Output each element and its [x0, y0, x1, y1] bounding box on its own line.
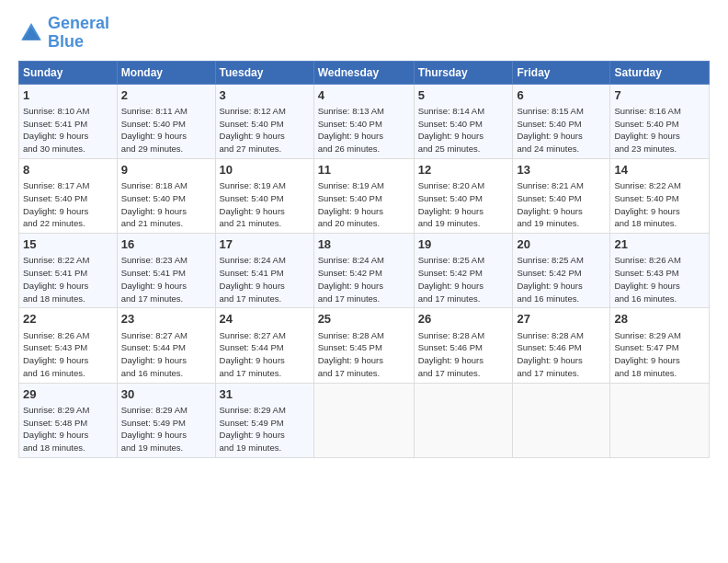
day-info: Sunrise: 8:28 AM Sunset: 5:45 PM Dayligh…	[318, 329, 410, 380]
weekday-header: Friday	[513, 61, 610, 84]
calendar-cell: 28Sunrise: 8:29 AM Sunset: 5:47 PM Dayli…	[610, 308, 710, 383]
calendar-body: 1Sunrise: 8:10 AM Sunset: 5:41 PM Daylig…	[19, 84, 710, 457]
calendar-week-row: 29Sunrise: 8:29 AM Sunset: 5:48 PM Dayli…	[19, 383, 710, 457]
calendar-cell: 3Sunrise: 8:12 AM Sunset: 5:40 PM Daylig…	[215, 84, 313, 158]
day-number: 25	[318, 311, 410, 327]
day-info: Sunrise: 8:28 AM Sunset: 5:46 PM Dayligh…	[517, 329, 606, 380]
day-number: 20	[517, 236, 606, 253]
page-container: General Blue SundayMondayTuesdayWednesda…	[0, 0, 728, 467]
calendar-cell: 23Sunrise: 8:27 AM Sunset: 5:44 PM Dayli…	[117, 308, 215, 383]
calendar-cell: 7Sunrise: 8:16 AM Sunset: 5:40 PM Daylig…	[610, 84, 710, 158]
calendar-week-row: 8Sunrise: 8:17 AM Sunset: 5:40 PM Daylig…	[19, 158, 710, 233]
day-number: 10	[220, 162, 310, 178]
day-number: 18	[318, 236, 410, 253]
day-info: Sunrise: 8:13 AM Sunset: 5:40 PM Dayligh…	[318, 105, 410, 155]
calendar-cell: 13Sunrise: 8:21 AM Sunset: 5:40 PM Dayli…	[513, 158, 610, 233]
day-info: Sunrise: 8:22 AM Sunset: 5:41 PM Dayligh…	[23, 254, 113, 304]
day-number: 4	[318, 87, 410, 104]
calendar-cell: 31Sunrise: 8:29 AM Sunset: 5:49 PM Dayli…	[215, 383, 313, 457]
page-header: General Blue	[18, 15, 710, 52]
day-info: Sunrise: 8:25 AM Sunset: 5:42 PM Dayligh…	[517, 254, 606, 304]
calendar-cell: 9Sunrise: 8:18 AM Sunset: 5:40 PM Daylig…	[117, 158, 215, 233]
day-number: 3	[220, 87, 310, 104]
day-number: 29	[23, 386, 113, 403]
day-info: Sunrise: 8:14 AM Sunset: 5:40 PM Dayligh…	[418, 105, 509, 155]
calendar-cell: 2Sunrise: 8:11 AM Sunset: 5:40 PM Daylig…	[117, 84, 215, 158]
day-info: Sunrise: 8:16 AM Sunset: 5:40 PM Dayligh…	[614, 105, 705, 155]
calendar-cell	[610, 383, 710, 457]
day-info: Sunrise: 8:19 AM Sunset: 5:40 PM Dayligh…	[318, 179, 410, 230]
day-info: Sunrise: 8:28 AM Sunset: 5:46 PM Dayligh…	[418, 329, 509, 380]
day-number: 17	[220, 236, 310, 253]
calendar-cell: 30Sunrise: 8:29 AM Sunset: 5:49 PM Dayli…	[117, 383, 215, 457]
day-info: Sunrise: 8:11 AM Sunset: 5:40 PM Dayligh…	[121, 105, 211, 155]
day-info: Sunrise: 8:15 AM Sunset: 5:40 PM Dayligh…	[517, 105, 606, 155]
day-number: 1	[23, 87, 113, 104]
calendar-week-row: 1Sunrise: 8:10 AM Sunset: 5:41 PM Daylig…	[19, 84, 710, 158]
weekday-header: Monday	[117, 61, 215, 84]
weekday-header: Wednesday	[313, 61, 414, 84]
day-info: Sunrise: 8:21 AM Sunset: 5:40 PM Dayligh…	[517, 179, 606, 230]
day-number: 22	[23, 311, 113, 327]
calendar-cell: 19Sunrise: 8:25 AM Sunset: 5:42 PM Dayli…	[414, 234, 513, 308]
calendar-cell: 12Sunrise: 8:20 AM Sunset: 5:40 PM Dayli…	[414, 158, 513, 233]
day-info: Sunrise: 8:20 AM Sunset: 5:40 PM Dayligh…	[418, 179, 509, 230]
calendar-cell: 6Sunrise: 8:15 AM Sunset: 5:40 PM Daylig…	[513, 84, 610, 158]
logo-icon	[18, 20, 44, 46]
calendar-cell: 10Sunrise: 8:19 AM Sunset: 5:40 PM Dayli…	[215, 158, 313, 233]
day-info: Sunrise: 8:18 AM Sunset: 5:40 PM Dayligh…	[121, 179, 211, 230]
day-number: 2	[121, 87, 211, 104]
day-info: Sunrise: 8:24 AM Sunset: 5:41 PM Dayligh…	[220, 254, 310, 304]
day-number: 23	[121, 311, 211, 327]
calendar-week-row: 15Sunrise: 8:22 AM Sunset: 5:41 PM Dayli…	[19, 234, 710, 308]
calendar-cell	[513, 383, 610, 457]
calendar-cell: 5Sunrise: 8:14 AM Sunset: 5:40 PM Daylig…	[414, 84, 513, 158]
calendar-cell: 15Sunrise: 8:22 AM Sunset: 5:41 PM Dayli…	[19, 234, 118, 308]
calendar-cell: 22Sunrise: 8:26 AM Sunset: 5:43 PM Dayli…	[19, 308, 118, 383]
weekday-header: Saturday	[610, 61, 710, 84]
day-info: Sunrise: 8:26 AM Sunset: 5:43 PM Dayligh…	[614, 254, 705, 304]
calendar-week-row: 22Sunrise: 8:26 AM Sunset: 5:43 PM Dayli…	[19, 308, 710, 383]
weekday-header: Thursday	[414, 61, 513, 84]
day-info: Sunrise: 8:26 AM Sunset: 5:43 PM Dayligh…	[23, 329, 113, 380]
weekday-header: Tuesday	[215, 61, 313, 84]
logo-text: General Blue	[48, 15, 109, 52]
calendar-cell: 18Sunrise: 8:24 AM Sunset: 5:42 PM Dayli…	[313, 234, 414, 308]
calendar-cell: 8Sunrise: 8:17 AM Sunset: 5:40 PM Daylig…	[19, 158, 118, 233]
day-number: 14	[614, 162, 705, 178]
calendar-cell: 16Sunrise: 8:23 AM Sunset: 5:41 PM Dayli…	[117, 234, 215, 308]
day-number: 15	[23, 236, 113, 253]
day-number: 21	[614, 236, 705, 253]
day-number: 27	[517, 311, 606, 327]
day-info: Sunrise: 8:10 AM Sunset: 5:41 PM Dayligh…	[23, 105, 113, 155]
calendar-cell: 21Sunrise: 8:26 AM Sunset: 5:43 PM Dayli…	[610, 234, 710, 308]
calendar-cell: 1Sunrise: 8:10 AM Sunset: 5:41 PM Daylig…	[19, 84, 118, 158]
calendar-cell: 17Sunrise: 8:24 AM Sunset: 5:41 PM Dayli…	[215, 234, 313, 308]
day-info: Sunrise: 8:12 AM Sunset: 5:40 PM Dayligh…	[220, 105, 310, 155]
day-info: Sunrise: 8:29 AM Sunset: 5:48 PM Dayligh…	[23, 404, 113, 454]
day-number: 26	[418, 311, 509, 327]
calendar-cell: 25Sunrise: 8:28 AM Sunset: 5:45 PM Dayli…	[313, 308, 414, 383]
day-number: 13	[517, 162, 606, 178]
calendar-cell	[313, 383, 414, 457]
day-info: Sunrise: 8:22 AM Sunset: 5:40 PM Dayligh…	[614, 179, 705, 230]
calendar-cell: 11Sunrise: 8:19 AM Sunset: 5:40 PM Dayli…	[313, 158, 414, 233]
calendar-cell: 24Sunrise: 8:27 AM Sunset: 5:44 PM Dayli…	[215, 308, 313, 383]
day-number: 5	[418, 87, 509, 104]
calendar-cell: 20Sunrise: 8:25 AM Sunset: 5:42 PM Dayli…	[513, 234, 610, 308]
calendar-table: SundayMondayTuesdayWednesdayThursdayFrid…	[18, 61, 710, 458]
day-info: Sunrise: 8:19 AM Sunset: 5:40 PM Dayligh…	[220, 179, 310, 230]
day-number: 6	[517, 87, 606, 104]
day-info: Sunrise: 8:23 AM Sunset: 5:41 PM Dayligh…	[121, 254, 211, 304]
calendar-header-row: SundayMondayTuesdayWednesdayThursdayFrid…	[19, 61, 710, 84]
day-number: 7	[614, 87, 705, 104]
day-number: 11	[318, 162, 410, 178]
day-number: 8	[23, 162, 113, 178]
day-number: 9	[121, 162, 211, 178]
day-number: 28	[614, 311, 705, 327]
day-info: Sunrise: 8:25 AM Sunset: 5:42 PM Dayligh…	[418, 254, 509, 304]
day-number: 31	[220, 386, 310, 403]
day-info: Sunrise: 8:27 AM Sunset: 5:44 PM Dayligh…	[220, 329, 310, 380]
day-info: Sunrise: 8:29 AM Sunset: 5:49 PM Dayligh…	[121, 404, 211, 454]
day-info: Sunrise: 8:24 AM Sunset: 5:42 PM Dayligh…	[318, 254, 410, 304]
